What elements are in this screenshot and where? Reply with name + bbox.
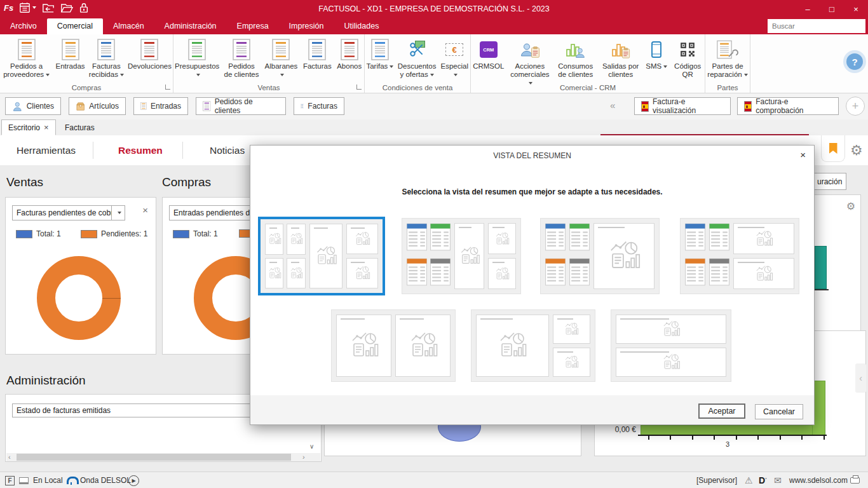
minimize-button[interactable]: –	[796, 0, 820, 18]
layout-card	[733, 258, 794, 289]
qr-code-icon	[679, 38, 696, 61]
ribbon-group-compras: Pedidos a proveedores Entradas Facturas …	[0, 34, 173, 93]
menu-comercial[interactable]: Comercial	[47, 18, 103, 34]
scroll-right-icon[interactable]: ›	[302, 454, 305, 461]
menu-utilidades[interactable]: Utilidades	[334, 18, 390, 34]
tab-escritorio[interactable]: Escritorio ×	[1, 119, 56, 135]
scroll-down-icon[interactable]: ∨	[309, 443, 314, 450]
quick-button-factura-e-visualizacion[interactable]: Factura-e visualización	[634, 97, 731, 115]
layout-option-5[interactable]	[331, 309, 456, 382]
ribbon-button-acciones-comerciales[interactable]: Acciones comerciales	[508, 37, 553, 88]
ribbon-button-pedidos-de-clientes[interactable]: Pedidos de clientes	[222, 37, 261, 79]
menu-almacen[interactable]: Almacén	[103, 18, 154, 34]
quick-button-clientes[interactable]: Clientes	[5, 97, 61, 115]
bars-person-icon	[566, 38, 586, 61]
onda-delsol-label: Onda DELSOL	[80, 472, 131, 488]
collapse-panel-chevron[interactable]: ‹	[855, 363, 866, 393]
ribbon-button-descuentos-y-ofertas[interactable]: Descuentos y ofertas	[397, 37, 438, 79]
ribbon-button-pedidos-a-proveedores[interactable]: Pedidos a proveedores	[0, 37, 53, 79]
quick-button-facturas[interactable]: Facturas	[294, 97, 344, 115]
layout-option-2[interactable]	[402, 218, 521, 294]
status-bar: F En Local Onda DELSOL ▶ [Supervisor] ⚠ …	[0, 471, 868, 488]
dialog-launcher-icon[interactable]	[165, 85, 170, 90]
layout-option-7[interactable]	[611, 309, 731, 382]
bookmark-button[interactable]	[821, 135, 845, 162]
help-icon[interactable]: ?	[846, 53, 863, 70]
menu-empresa[interactable]: Empresa	[227, 18, 279, 34]
horizontal-scrollbar[interactable]: ‹ ›	[6, 453, 320, 461]
close-button[interactable]: ×	[844, 0, 868, 18]
gear-icon[interactable]: ⚙	[846, 201, 855, 212]
layout-card	[593, 223, 654, 289]
envelope-icon[interactable]: ✉	[774, 472, 782, 488]
cancel-button[interactable]: Cancelar	[755, 404, 803, 419]
scrollbar-thumb[interactable]	[17, 454, 291, 461]
maximize-button[interactable]: □	[820, 0, 844, 18]
ventas-filter-dropdown[interactable]: Facturas pendientes de cobr	[12, 205, 125, 220]
dropdown-caret-icon	[280, 74, 284, 76]
tab-noticias[interactable]: Noticias	[198, 135, 256, 165]
table-icon	[685, 223, 705, 251]
gear-icon[interactable]: ⚙	[850, 144, 863, 158]
add-button[interactable]: +	[846, 97, 865, 116]
table-icon	[569, 258, 590, 286]
ribbon-group-comercial-crm: CRM CRMSOL Acciones comerciales Consumos…	[471, 34, 705, 93]
quick-button-factura-e-comprobacion[interactable]: Factura-e comprobación	[737, 97, 839, 115]
quick-button-pedidos-de-clientes[interactable]: Pedidos de clientes	[196, 97, 286, 115]
layout-option-1[interactable]	[258, 217, 385, 295]
quick-button-articulos[interactable]: Artículos	[69, 97, 126, 115]
ribbon-button-facturas[interactable]: Facturas	[301, 37, 333, 71]
price-list-icon	[371, 38, 389, 61]
accept-button[interactable]: Aceptar	[698, 403, 745, 419]
search-input[interactable]	[768, 19, 865, 33]
collapse-chevrons-icon[interactable]: «	[610, 100, 615, 111]
ribbon-button-facturas-recibidas[interactable]: Facturas recibidas	[88, 37, 125, 79]
dialog-launcher-icon[interactable]	[356, 85, 362, 90]
close-tab-icon[interactable]: ×	[44, 123, 49, 132]
website-link[interactable]: www.sdelsol.com	[789, 472, 848, 488]
printer-icon[interactable]	[850, 472, 860, 488]
crmsol-icon: CRM	[480, 38, 498, 61]
play-button[interactable]: ▶	[128, 472, 139, 488]
ribbon-button-especial[interactable]: € Especial	[438, 37, 470, 79]
connection-status: En Local	[33, 472, 63, 488]
layout-card	[346, 258, 378, 288]
ribbon-button-albaranes[interactable]: Albaranes	[262, 37, 301, 79]
scroll-left-icon[interactable]: ‹	[8, 454, 11, 461]
ventas-panel: Facturas pendientes de cobr × Total: 1 P…	[5, 197, 156, 355]
tab-facturas[interactable]: Facturas	[58, 119, 101, 135]
configuracion-button[interactable]: uración	[814, 173, 846, 190]
menu-impresion[interactable]: Impresión	[279, 18, 334, 34]
menu-archivo[interactable]: Archivo	[0, 18, 47, 34]
vista-del-resumen-dialog: VISTA DEL RESUMEN × Selecciona la vista …	[250, 145, 815, 425]
ribbon-button-partes-de-reparacion[interactable]: Partes de reparación	[705, 37, 750, 79]
scissors-icon	[409, 38, 425, 61]
menu-administracion[interactable]: Administración	[154, 18, 227, 34]
ribbon-button-consumos-de-clientes[interactable]: Consumos de clientes	[553, 37, 597, 79]
ribbon-button-crmsol[interactable]: CRM CRMSOL	[471, 37, 506, 71]
section-heading-compras: Compras	[162, 175, 211, 189]
close-widget-icon[interactable]: ×	[142, 205, 148, 215]
ribbon-button-entradas[interactable]: Entradas	[54, 37, 86, 71]
ribbon-group-condiciones-de-venta: Tarifas Descuentos y ofertas € Especial …	[365, 34, 471, 93]
layout-option-3[interactable]	[540, 218, 660, 294]
ribbon-button-tarifas[interactable]: Tarifas	[365, 37, 395, 71]
quick-button-entradas[interactable]: Entradas	[133, 97, 188, 115]
layout-option-6[interactable]	[471, 309, 595, 382]
layout-card	[336, 315, 391, 377]
layout-card	[476, 315, 549, 377]
ribbon-button-codigos-qr[interactable]: Códigos QR	[670, 37, 705, 79]
layout-option-4[interactable]	[680, 218, 799, 294]
ribbon-button-presupuestos[interactable]: Presupuestos	[173, 37, 220, 79]
warning-icon[interactable]: ⚠	[745, 472, 753, 488]
tab-herramientas[interactable]: Herramientas	[5, 135, 87, 165]
antenna-icon	[67, 472, 79, 488]
tab-resumen[interactable]: Resumen	[107, 135, 174, 165]
close-dialog-icon[interactable]: ×	[800, 149, 806, 160]
ribbon-button-abonos[interactable]: Abonos	[334, 37, 364, 71]
dropdown-caret-icon	[744, 74, 748, 76]
ribbon-button-devoluciones[interactable]: Devoluciones	[126, 37, 173, 71]
menu-bar: Archivo Comercial Almacén Administración…	[0, 18, 868, 34]
ribbon-button-sms[interactable]: SMS	[644, 37, 669, 71]
ribbon-button-salidas-por-clientes[interactable]: Salidas por clientes	[599, 37, 642, 79]
